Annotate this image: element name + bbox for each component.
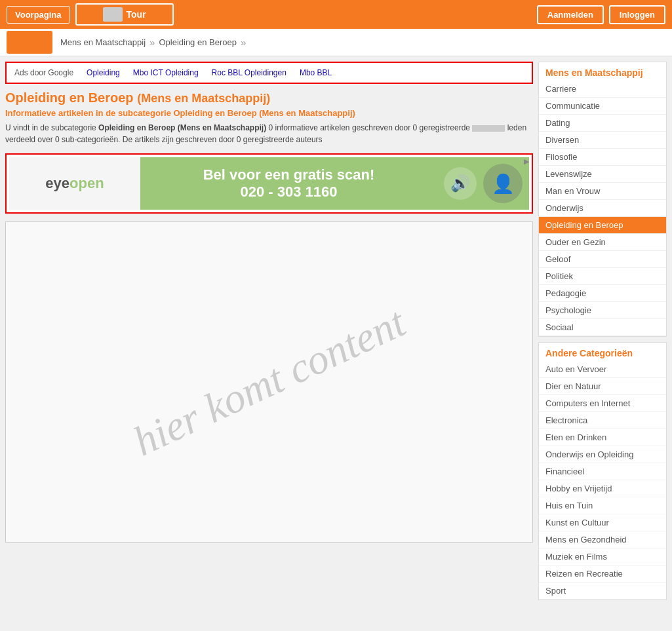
ad-link-mbo-ict[interactable]: Mbo ICT Opleiding [133,68,199,77]
ad-corner-icon: ▶ [524,157,529,166]
sidebar-item-politiek[interactable]: Politiek [539,268,666,285]
header: Voorpagina Tour Aanmelden Inloggen [0,0,672,29]
inloggen-button[interactable]: Inloggen [609,5,665,24]
sidebar-item-muziek-films[interactable]: Muziek en Films [539,548,666,565]
ad-link-opleiding[interactable]: Opleiding [87,68,120,77]
sidebar-item-electronica[interactable]: Electronica [539,412,666,429]
article-title: Opleiding en Beroep (Mens en Maatschappi… [5,90,533,105]
tour-logo [103,7,123,22]
sidebar-section-mens-maatschappij: Mens en Maatschappij Carriere Communicat… [538,62,667,337]
ad-box: ▶ eyeopen Bel voor een gratis scan! 020 … [5,153,533,214]
sidebar-item-communicatie[interactable]: Communicatie [539,98,666,115]
article-subtitle: Informatieve artikelen in de subcategori… [5,108,533,118]
sidebar-item-diversen[interactable]: Diversen [539,132,666,149]
ads-label: Ads door Google [14,68,73,77]
breadcrumb: Mens en Maatschappij » Opleiding en Bero… [60,37,246,48]
breadcrumb-bar: Mens en Maatschappij » Opleiding en Bero… [0,29,672,56]
sidebar-item-computers-internet[interactable]: Computers en Internet [539,395,666,412]
sidebar-item-onderwijs[interactable]: Onderwijs [539,200,666,217]
ad-link-roc-bbl[interactable]: Roc BBL Opleidingen [212,68,287,77]
main-wrapper: Ads door Google Opleiding Mbo ICT Opleid… [0,56,672,611]
ad-brand: eyeopen [9,168,140,199]
ad-phone: 020 - 303 1160 [240,183,337,201]
article-title-main: Opleiding en Beroep [5,90,134,105]
placeholder-text: hier komt content [126,298,412,466]
article-title-sub: (Mens en Maatschappij) [137,92,270,105]
ad-main-text: Bel voor een gratis scan! [203,166,375,183]
sidebar-item-auto-vervoer[interactable]: Auto en Vervoer [539,361,666,378]
voorpagina-button[interactable]: Voorpagina [7,6,70,24]
sidebar-item-financieel[interactable]: Financieel [539,463,666,480]
sidebar-item-eten-drinken[interactable]: Eten en Drinken [539,429,666,446]
sidebar-item-mens-gezondheid[interactable]: Mens en Gezondheid [539,531,666,548]
ad-speaker-icon: 🔊 [444,167,477,200]
sidebar-section-title-1: Mens en Maatschappij [539,62,666,81]
sidebar-item-kunst-cultuur[interactable]: Kunst en Cultuur [539,514,666,531]
sidebar: Mens en Maatschappij Carriere Communicat… [538,62,667,605]
sidebar-item-geloof[interactable]: Geloof [539,251,666,268]
content-placeholder: hier komt content [5,221,533,543]
sidebar-item-man-vrouw[interactable]: Man en Vrouw [539,183,666,200]
content-area: Ads door Google Opleiding Mbo ICT Opleid… [5,62,533,605]
sidebar-item-dier-natuur[interactable]: Dier en Natuur [539,378,666,395]
aanmelden-button[interactable]: Aanmelden [537,5,604,24]
breadcrumb-opleiding-beroep[interactable]: Opleiding en Beroep [159,37,237,47]
sidebar-item-huis-tuin[interactable]: Huis en Tuin [539,497,666,514]
breadcrumb-separator-1: » [149,37,155,48]
sidebar-item-sociaal[interactable]: Sociaal [539,319,666,336]
sidebar-item-reizen-recreatie[interactable]: Reizen en Recreatie [539,565,666,583]
sidebar-item-dating[interactable]: Dating [539,115,666,132]
ad-figure-icon: 👤 [483,164,523,203]
ad-bar: Ads door Google Opleiding Mbo ICT Opleid… [5,62,533,84]
ad-text-area: Bel voor een gratis scan! 020 - 303 1160 [140,166,437,201]
ad-link-mbo-bbl[interactable]: Mbo BBL [300,68,332,77]
sidebar-item-carriere[interactable]: Carriere [539,81,666,98]
site-logo [7,31,52,54]
sidebar-item-psychologie[interactable]: Psychologie [539,302,666,319]
breadcrumb-separator-2: » [241,37,246,48]
ad-box-inner: eyeopen Bel voor een gratis scan! 020 - … [9,157,529,210]
sidebar-item-sport[interactable]: Sport [539,583,666,600]
sidebar-item-opleiding-beroep[interactable]: Opleiding en Beroep [539,217,666,234]
sidebar-item-pedagogie[interactable]: Pedagogie [539,285,666,302]
sidebar-section-andere-categorieen: Andere Categorieën Auto en Vervoer Dier … [538,342,667,600]
header-right: Aanmelden Inloggen [537,5,665,24]
tour-button[interactable]: Tour [75,3,174,26]
breadcrumb-mens-maatschappij[interactable]: Mens en Maatschappij [60,37,146,47]
sidebar-item-ouder-gezin[interactable]: Ouder en Gezin [539,234,666,251]
article-desc: U vindt in de subcategorie Opleiding en … [5,122,533,145]
header-left: Voorpagina Tour [7,3,174,26]
sidebar-item-onderwijs-opleiding[interactable]: Onderwijs en Opleiding [539,446,666,463]
sidebar-item-filosofie[interactable]: Filosofie [539,149,666,166]
sidebar-item-hobby-vrijetijd[interactable]: Hobby en Vrijetijd [539,480,666,497]
sidebar-item-levenswijze[interactable]: Levenswijze [539,166,666,183]
article-header: Opleiding en Beroep (Mens en Maatschappi… [5,90,533,145]
sidebar-section-title-2: Andere Categorieën [539,343,666,361]
